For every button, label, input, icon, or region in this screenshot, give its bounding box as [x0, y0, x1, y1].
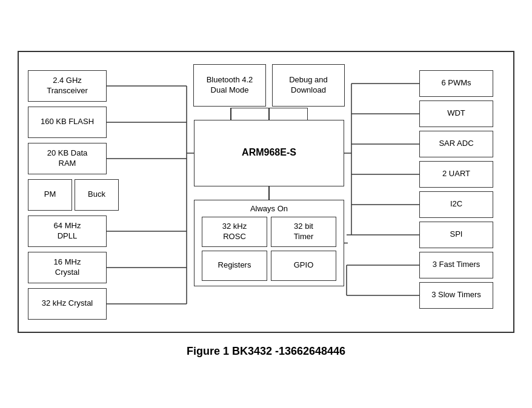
left-column: 2.4 GHz Transceiver 160 KB FLASH 20 KB D…	[28, 64, 119, 320]
always-on-top-row: 32 kHz ROSC 32 bit Timer	[199, 217, 339, 247]
gpio-block: GPIO	[271, 251, 336, 281]
debug-block: Debug and Download	[272, 64, 345, 107]
wdt-block: WDT	[419, 100, 493, 127]
sar-adc-block: SAR ADC	[419, 131, 493, 157]
arm-to-always-line	[268, 186, 270, 200]
top-center-row: Bluetooth 4.2 Dual Mode Debug and Downlo…	[193, 64, 345, 107]
uart-block: 2 UART	[419, 161, 493, 188]
always-on-label: Always On	[199, 204, 339, 213]
pm-block: PM	[28, 179, 72, 211]
slow-timers-block: 3 Slow Timers	[419, 282, 493, 309]
i2c-block: I2C	[419, 191, 493, 218]
rosc-block: 32 kHz ROSC	[202, 217, 267, 247]
flash-block: 160 KB FLASH	[28, 107, 107, 138]
diagram-inner: 2.4 GHz Transceiver 160 KB FLASH 20 KB D…	[28, 64, 504, 320]
spi-block: SPI	[419, 222, 493, 248]
ram-block: 20 KB Data RAM	[28, 143, 107, 174]
transceiver-block: 2.4 GHz Transceiver	[28, 70, 107, 102]
pwm-block: 6 PWMs	[419, 70, 493, 97]
always-on-bottom-row: Registers GPIO	[199, 251, 339, 281]
registers-block: Registers	[202, 251, 267, 281]
center-column: Bluetooth 4.2 Dual Mode Debug and Downlo…	[119, 64, 419, 320]
diagram-container: 2.4 GHz Transceiver 160 KB FLASH 20 KB D…	[18, 51, 514, 333]
always-on-container: Always On 32 kHz ROSC 32 bit Timer Regis…	[194, 200, 344, 286]
figure-caption: Figure 1 BK3432 -13662648446	[187, 345, 345, 358]
right-column: 6 PWMs WDT SAR ADC 2 UART I2C SPI 3 Fast…	[419, 64, 504, 320]
top-connector-area	[194, 108, 344, 120]
fast-timers-block: 3 Fast Timers	[419, 252, 493, 278]
crystal32-block: 32 kHz Crystal	[28, 288, 107, 320]
always-on-inner: 32 kHz ROSC 32 bit Timer Registers GPIO	[199, 217, 339, 281]
buck-block: Buck	[75, 179, 119, 211]
pm-buck-row: PM Buck	[28, 179, 119, 211]
arm-block: ARM968E-S	[194, 120, 344, 186]
main-layout: 2.4 GHz Transceiver 160 KB FLASH 20 KB D…	[28, 64, 504, 320]
bluetooth-block: Bluetooth 4.2 Dual Mode	[193, 64, 266, 107]
crystal16-block: 16 MHz Crystal	[28, 252, 107, 283]
timer32-block: 32 bit Timer	[271, 217, 336, 247]
dpll-block: 64 MHz DPLL	[28, 216, 107, 247]
